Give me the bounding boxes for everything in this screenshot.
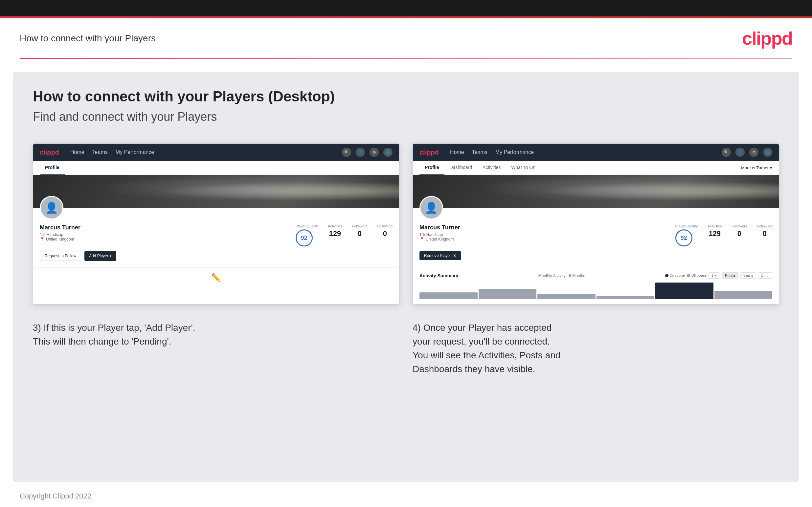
player-location-2: 📍 United Kingdom bbox=[419, 237, 460, 241]
profile-buttons-1: Request to Follow Add Player + bbox=[40, 251, 393, 261]
bar-6 bbox=[714, 291, 773, 299]
profile-icon-2[interactable]: 🌐 bbox=[763, 148, 772, 157]
player-handicap-2: 1-5 Handicap bbox=[419, 232, 460, 237]
activity-section-2: Activity Summary Monthly Activity - 6 Mo… bbox=[413, 267, 779, 304]
bar-4 bbox=[597, 296, 655, 299]
header: How to connect with your Players clippd bbox=[0, 18, 812, 58]
tab-what-to-on-2[interactable]: What To On bbox=[506, 161, 541, 175]
app-tab-bar-1: Profile bbox=[33, 161, 399, 175]
nav-myperformance-1[interactable]: My Performance bbox=[116, 149, 154, 155]
page-heading: How to connect with your Players (Deskto… bbox=[33, 88, 779, 105]
player-location-1: 📍 United Kingdom bbox=[40, 237, 81, 241]
player-handicap-1: 1-5 Handicap bbox=[40, 232, 81, 237]
page-footer: Copyright Clippd 2022 bbox=[0, 482, 812, 507]
user-icon-1[interactable]: 👤 bbox=[356, 148, 365, 157]
copyright-text: Copyright Clippd 2022 bbox=[20, 492, 91, 500]
screenshot-2: clippd Home Teams My Performance 🔍 👤 ⚙ 🌐… bbox=[413, 144, 779, 304]
banner-overlay-2 bbox=[413, 175, 779, 208]
search-icon-1[interactable]: 🔍 bbox=[342, 148, 351, 157]
period-3mths-btn[interactable]: 3 mths bbox=[741, 272, 756, 279]
chevron-down-icon: ▾ bbox=[770, 165, 772, 170]
nav-home-1[interactable]: Home bbox=[70, 149, 85, 155]
tab-profile-2[interactable]: Profile bbox=[419, 161, 445, 175]
location-pin-icon: 📍 bbox=[40, 237, 45, 241]
top-bar bbox=[0, 0, 812, 16]
app-navbar-1: clippd Home Teams My Performance 🔍 👤 ⚙ 🌐 bbox=[33, 144, 399, 161]
description-step4: 4) Once your Player has acceptedyour req… bbox=[413, 321, 779, 376]
header-divider bbox=[20, 58, 792, 59]
main-content: How to connect with your Players (Deskto… bbox=[13, 72, 799, 482]
request-follow-button[interactable]: Request to Follow bbox=[40, 251, 81, 261]
nav-icons-1: 🔍 👤 ⚙ 🌐 bbox=[342, 148, 393, 157]
profile-stats-1: Marcus Turner 1-5 Handicap 📍 United King… bbox=[40, 208, 393, 246]
page-subheading: Find and connect with your Players bbox=[33, 110, 779, 124]
activities-stat-1: Activities 129 bbox=[328, 224, 342, 238]
search-icon-2[interactable]: 🔍 bbox=[722, 148, 731, 157]
bar-2 bbox=[478, 289, 537, 299]
followers-stat-1: Followers 0 bbox=[352, 224, 367, 238]
step3-text: 3) If this is your Player tap, 'Add Play… bbox=[33, 321, 399, 348]
banner-overlay-1 bbox=[33, 175, 399, 208]
clippd-logo: clippd bbox=[742, 27, 792, 49]
profile-banner-1 bbox=[33, 175, 399, 208]
bar-1 bbox=[419, 292, 477, 299]
player-name-1: Marcus Turner bbox=[40, 224, 81, 231]
screenshot-bottom-1: ✏️ bbox=[33, 268, 399, 287]
tab-profile-1[interactable]: Profile bbox=[40, 161, 65, 175]
quality-circle-1: 92 bbox=[296, 229, 313, 246]
legend-on-course: On course bbox=[665, 274, 685, 277]
activity-controls-2: On course Off course 1 yr 6 mths 3 mths … bbox=[665, 272, 772, 279]
location-pin-icon-2: 📍 bbox=[419, 237, 424, 241]
bar-5 bbox=[655, 283, 713, 299]
settings-icon-1[interactable]: ⚙ bbox=[369, 148, 379, 157]
avatar-2: 👤 bbox=[419, 196, 443, 220]
following-stat-1: Following 0 bbox=[377, 224, 393, 238]
user-icon-2[interactable]: 👤 bbox=[735, 148, 745, 157]
bar-3 bbox=[538, 294, 596, 299]
add-player-button[interactable]: Add Player + bbox=[85, 251, 116, 261]
period-6mths-btn[interactable]: 6 mths bbox=[722, 272, 739, 279]
following-stat-2: Following 0 bbox=[757, 224, 772, 238]
period-1mth-btn[interactable]: 1 mth bbox=[758, 272, 772, 279]
remove-player-button[interactable]: Remove Player ✕ bbox=[419, 251, 461, 260]
nav-myperformance-2[interactable]: My Performance bbox=[495, 149, 534, 155]
profile-stats-2: Marcus Turner 1-5 Handicap 📍 United King… bbox=[419, 208, 772, 246]
description-step3: 3) If this is your Player tap, 'Add Play… bbox=[33, 321, 399, 376]
app-logo-2: clippd bbox=[419, 149, 439, 156]
activity-title-2: Activity Summary bbox=[419, 273, 458, 278]
avatar-icon-2: 👤 bbox=[425, 202, 438, 214]
nav-teams-1[interactable]: Teams bbox=[92, 149, 108, 155]
description-section: 3) If this is your Player tap, 'Add Play… bbox=[33, 321, 779, 376]
profile-name-section-1: Marcus Turner 1-5 Handicap 📍 United King… bbox=[40, 224, 81, 241]
profile-info-1: 👤 Marcus Turner 1-5 Handicap 📍 United Ki… bbox=[33, 208, 399, 268]
avatar-1: 👤 bbox=[40, 196, 63, 220]
player-name-2: Marcus Turner bbox=[419, 224, 460, 231]
tab-dashboard-2[interactable]: Dashboard bbox=[445, 161, 477, 175]
followers-stat-2: Followers 0 bbox=[731, 224, 747, 238]
app-navbar-2: clippd Home Teams My Performance 🔍 👤 ⚙ 🌐 bbox=[413, 144, 779, 161]
on-course-dot bbox=[665, 274, 668, 277]
nav-teams-2[interactable]: Teams bbox=[472, 149, 488, 155]
step4-text: 4) Once your Player has acceptedyour req… bbox=[413, 321, 779, 376]
profile-name-section-2: Marcus Turner 1-5 Handicap 📍 United King… bbox=[419, 224, 460, 241]
close-icon: ✕ bbox=[453, 253, 456, 258]
activity-header-2: Activity Summary Monthly Activity - 6 Mo… bbox=[419, 272, 772, 279]
quality-circle-2: 92 bbox=[675, 229, 693, 246]
avatar-wrapper-2: 👤 bbox=[419, 196, 443, 220]
tab-bar-2: Profile Dashboard Activities What To On … bbox=[413, 161, 779, 175]
avatar-icon-1: 👤 bbox=[45, 202, 58, 214]
tab-activities-2[interactable]: Activities bbox=[477, 161, 506, 175]
nav-home-2[interactable]: Home bbox=[450, 149, 464, 155]
profile-buttons-2: Remove Player ✕ bbox=[419, 251, 772, 260]
activity-period-2: Monthly Activity - 6 Months bbox=[539, 273, 586, 278]
legend-off-course: Off course bbox=[687, 274, 707, 277]
player-quality-stat-2: Player Quality 92 bbox=[675, 224, 698, 246]
settings-icon-2[interactable]: ⚙ bbox=[749, 148, 758, 157]
player-dropdown-2[interactable]: Marcus Turner ▾ bbox=[741, 165, 772, 170]
profile-icon-1[interactable]: 🌐 bbox=[383, 148, 393, 157]
period-1yr-btn[interactable]: 1 yr bbox=[709, 272, 720, 279]
nav-icons-2: 🔍 👤 ⚙ 🌐 bbox=[722, 148, 772, 157]
stats-group-1: Player Quality 92 Activities 129 Followe… bbox=[296, 224, 393, 246]
header-breadcrumb: How to connect with your Players bbox=[20, 33, 156, 44]
profile-info-2: 👤 Marcus Turner 1-5 Handicap 📍 United Ki… bbox=[413, 208, 779, 267]
